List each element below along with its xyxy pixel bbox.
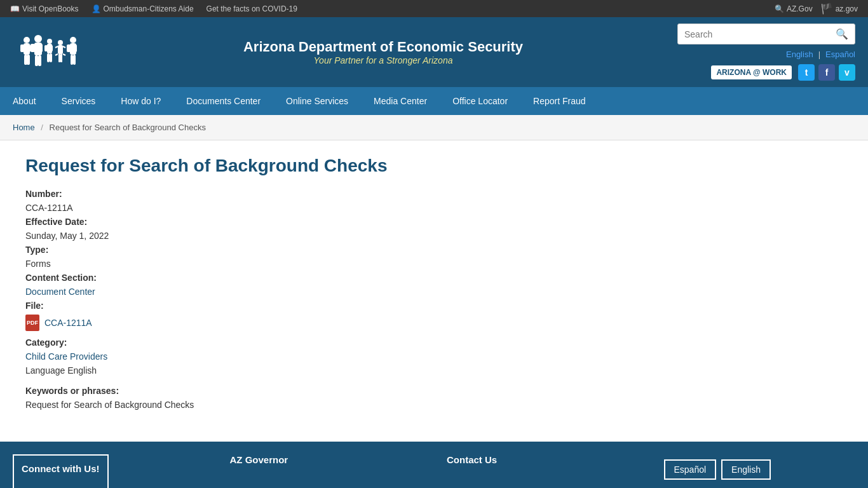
breadcrumb-current: Request for Search of Background Checks (50, 123, 206, 132)
breadcrumb-home[interactable]: Home (13, 123, 35, 132)
keywords-value: Request for Search of Background Checks (25, 400, 194, 410)
footer-azgov-col: AZ Governor (230, 454, 422, 488)
language-links: English | Español (786, 50, 855, 59)
nav-about[interactable]: About (0, 87, 49, 115)
header-title: Arizona Department of Economic Security … (102, 39, 665, 65)
content-section-link-row: Document Center (25, 287, 546, 297)
number-value-row: CCA-1211A (25, 203, 546, 213)
nav-documents-center[interactable]: Documents Center (173, 87, 273, 115)
file-link[interactable]: CCA-1211A (44, 318, 92, 328)
english-lang-link[interactable]: English (786, 50, 813, 59)
language-value: Language English (25, 365, 97, 376)
file-label: File: (25, 301, 44, 311)
svg-rect-18 (50, 53, 52, 62)
keywords-label: Keywords or phrases: (25, 386, 119, 396)
vimeo-icon[interactable]: v (839, 64, 855, 81)
pdf-icon: PDF (25, 315, 39, 331)
covid-link[interactable]: Get the facts on COVID-19 (207, 4, 297, 13)
footer-connect-col: Connect with Us! (13, 454, 205, 488)
svg-rect-32 (73, 55, 76, 65)
main-nav: About Services How do I? Documents Cente… (0, 87, 868, 115)
nav-media-center[interactable]: Media Center (361, 87, 440, 115)
type-value: Forms (25, 259, 51, 269)
effective-date-row: Effective Date: (25, 217, 546, 227)
file-row: PDF CCA-1211A (25, 315, 546, 331)
search-bar: 🔍 (677, 24, 855, 44)
svg-rect-17 (47, 53, 50, 62)
social-icons: t f v (798, 64, 855, 81)
nav-services[interactable]: Services (49, 87, 109, 115)
type-row: Type: (25, 245, 546, 255)
footer-espanol-button[interactable]: Español (664, 459, 717, 480)
svg-rect-3 (20, 44, 24, 52)
header: Arizona Department of Economic Security … (0, 17, 868, 87)
lang-separator: | (818, 50, 820, 59)
svg-point-19 (58, 40, 63, 45)
content-section-row: Content Section: (25, 273, 546, 283)
header-logo (13, 27, 89, 77)
number-row: Number: (25, 189, 546, 199)
category-row: Category: (25, 337, 546, 348)
ombudsman-link[interactable]: 👤 Ombudsman-Citizens Aide (92, 4, 194, 13)
svg-rect-9 (31, 44, 35, 52)
keywords-value-row: Request for Search of Background Checks (25, 400, 546, 410)
main-content: Request for Search of Background Checks … (0, 140, 572, 429)
type-value-row: Forms (25, 259, 546, 269)
connect-box: Connect with Us! (13, 454, 109, 488)
openbooks-link[interactable]: 📖 Visit OpenBooks (10, 4, 79, 13)
type-label: Type: (25, 245, 48, 255)
effective-date-value: Sunday, May 1, 2022 (25, 231, 109, 241)
content-section-label: Content Section: (25, 273, 97, 283)
spanish-lang-link[interactable]: Español (825, 50, 855, 59)
keywords-label-row: Keywords or phrases: (25, 386, 546, 396)
footer-azgov-heading: AZ Governor (230, 454, 422, 465)
top-bar: 📖 Visit OpenBooks 👤 Ombudsman-Citizens A… (0, 0, 868, 17)
footer-contact-col: Contact Us (447, 454, 639, 488)
keywords-section: Keywords or phrases: Request for Search … (25, 386, 546, 410)
azgov-flag-link[interactable]: 🏴 az.gov (820, 3, 858, 15)
effective-date-value-row: Sunday, May 1, 2022 (25, 231, 546, 241)
svg-rect-31 (71, 55, 73, 65)
facebook-icon[interactable]: f (818, 64, 835, 81)
svg-rect-11 (35, 55, 38, 66)
header-right: 🔍 English | Español ARIZONA @ WORK t f v (677, 24, 855, 81)
azgov-link[interactable]: 🔍 AZ.Gov (775, 4, 813, 13)
footer-lang-col: Español English (664, 454, 856, 488)
file-label-row: File: (25, 301, 546, 311)
book-icon: 📖 (10, 4, 20, 13)
svg-rect-4 (27, 44, 31, 52)
svg-point-1 (24, 37, 30, 43)
az-work-logo: ARIZONA @ WORK (711, 65, 792, 79)
content-section-link[interactable]: Document Center (25, 287, 95, 297)
svg-rect-15 (44, 45, 48, 51)
breadcrumb: Home / Request for Search of Background … (0, 115, 868, 140)
breadcrumb-separator: / (41, 123, 43, 132)
nav-how-do-i[interactable]: How do I? (108, 87, 173, 115)
search-small-icon: 🔍 (775, 4, 784, 13)
footer: Connect with Us! AZ Governor Contact Us … (0, 442, 868, 488)
twitter-icon[interactable]: t (798, 64, 815, 81)
connect-heading: Connect with Us! (22, 463, 100, 474)
search-button[interactable]: 🔍 (829, 24, 855, 44)
footer-english-button[interactable]: English (721, 459, 771, 480)
nav-online-services[interactable]: Online Services (273, 87, 361, 115)
svg-rect-26 (60, 54, 62, 62)
svg-rect-16 (50, 45, 53, 51)
svg-rect-12 (38, 55, 41, 66)
nav-report-fraud[interactable]: Report Fraud (520, 87, 598, 115)
page-title: Request for Search of Background Checks (25, 156, 546, 176)
category-link[interactable]: Child Care Providers (25, 351, 107, 362)
effective-date-label: Effective Date: (25, 217, 87, 227)
footer-contact-heading: Contact Us (447, 454, 639, 465)
svg-point-13 (47, 39, 52, 44)
flag-icon: 🏴 (820, 3, 833, 15)
site-title: Arizona Department of Economic Security (102, 39, 665, 55)
nav-office-locator[interactable]: Office Locator (440, 87, 520, 115)
category-link-row: Child Care Providers (25, 351, 546, 362)
footer-lang-buttons: Español English (664, 459, 856, 480)
svg-rect-6 (27, 55, 30, 65)
svg-rect-29 (67, 44, 71, 52)
person-icon: 👤 (92, 4, 101, 13)
search-input[interactable] (678, 25, 829, 43)
svg-rect-20 (58, 45, 63, 54)
